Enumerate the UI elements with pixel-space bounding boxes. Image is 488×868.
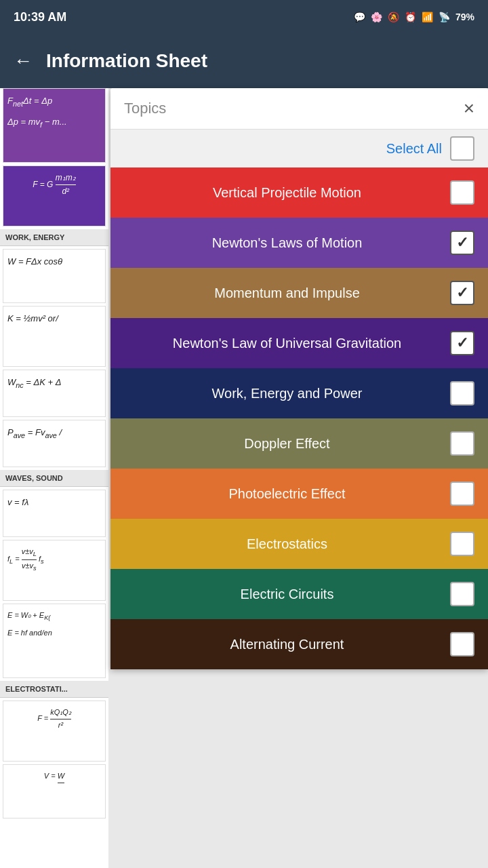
formula-card-momentum: FnetΔt = Δp Δp = mvf − m... — [3, 88, 106, 163]
topic-checkbox-newtons-law-gravitation[interactable] — [450, 331, 474, 355]
time-display: 10:39 AM — [14, 10, 66, 24]
battery-text: 79% — [455, 12, 474, 22]
topic-checkbox-electrostatics[interactable] — [450, 532, 474, 556]
formula-card-gravitation: F = G m₁m₂d² — [3, 165, 106, 226]
topic-label-vertical-projectile: Vertical Projectile Motion — [124, 185, 450, 201]
topic-row-work-energy-power[interactable]: Work, Energy and Power — [110, 368, 488, 418]
topic-checkbox-doppler-effect[interactable] — [450, 431, 474, 456]
topic-row-alternating-current[interactable]: Alternating Current — [110, 619, 488, 669]
app-header: ← Information Sheet — [0, 34, 488, 88]
topic-checkbox-photoelectric-effect[interactable] — [450, 481, 474, 506]
topic-checkbox-momentum-impulse[interactable] — [450, 281, 474, 305]
select-all-row: Select All — [110, 130, 488, 167]
formula-coulombs: F = kQ₁Q₂r² — [3, 701, 106, 762]
alarm-icon: ⏰ — [405, 12, 416, 22]
topic-checkbox-work-energy-power[interactable] — [450, 381, 474, 406]
formula-work-nc: Wnc = ΔK + Δ — [3, 370, 106, 417]
formula-power: Pave = Fvave / — [3, 420, 106, 467]
topic-label-photoelectric-effect: Photoelectric Effect — [124, 486, 450, 502]
formula-electric-potential: V = W — [3, 764, 106, 818]
topic-label-doppler-effect: Doppler Effect — [124, 436, 450, 452]
whatsapp-icon: 💬 — [354, 12, 365, 22]
topics-overlay: Topics × Select All Vertical Projectile … — [110, 88, 488, 669]
topic-checkbox-alternating-current[interactable] — [450, 632, 474, 656]
topic-row-newtons-law-gravitation[interactable]: Newton's Law of Universal Gravitation — [110, 318, 488, 368]
topics-header: Topics × — [110, 88, 488, 130]
formula-photoelectric: E = W₀ + EK( E = hf and/en — [3, 604, 106, 678]
formula-background: FnetΔt = Δp Δp = mvf − m... F = G m₁m₂d²… — [0, 88, 108, 868]
topic-checkbox-electric-circuits[interactable] — [450, 582, 474, 606]
select-all-button[interactable]: Select All — [386, 141, 442, 157]
formula-doppler: fL = v±vLv±vs fs — [3, 540, 106, 601]
formula-wave-speed: v = fλ — [3, 490, 106, 537]
status-bar: 10:39 AM 💬 🌸 🔕 ⏰ 📶 📡 79% — [0, 0, 488, 34]
topic-row-momentum-impulse[interactable]: Momentum and Impulse — [110, 268, 488, 318]
close-button[interactable]: × — [464, 99, 474, 118]
section-electrostatics: ELECTROSTATI... — [0, 681, 108, 698]
back-button[interactable]: ← — [14, 50, 33, 72]
page-title: Information Sheet — [46, 50, 207, 72]
topic-row-photoelectric-effect[interactable]: Photoelectric Effect — [110, 469, 488, 519]
topic-label-alternating-current: Alternating Current — [124, 637, 450, 652]
topic-label-newtons-laws-motion: Newton's Laws of Motion — [124, 235, 450, 251]
formula-kinetic: K = ½mv² or/ — [3, 306, 106, 367]
signal-icon: 📡 — [439, 12, 450, 22]
topic-row-newtons-laws-motion[interactable]: Newton's Laws of Motion — [110, 218, 488, 268]
topic-label-momentum-impulse: Momentum and Impulse — [124, 285, 450, 301]
select-all-checkbox[interactable] — [450, 136, 474, 161]
topic-row-electric-circuits[interactable]: Electric Circuits — [110, 569, 488, 619]
topic-label-electric-circuits: Electric Circuits — [124, 587, 450, 602]
section-work-energy: WORK, ENERGY — [0, 229, 108, 246]
topics-title: Topics — [124, 100, 166, 117]
topic-row-electrostatics[interactable]: Electrostatics — [110, 519, 488, 569]
topic-label-newtons-law-gravitation: Newton's Law of Universal Gravitation — [124, 336, 450, 351]
formula-work: W = FΔx cosθ — [3, 249, 106, 303]
mute-icon: 🔕 — [388, 12, 399, 22]
section-waves: WAVES, SOUND — [0, 470, 108, 487]
topic-label-electrostatics: Electrostatics — [124, 536, 450, 552]
status-icons: 💬 🌸 🔕 ⏰ 📶 📡 79% — [354, 12, 474, 22]
topic-row-doppler-effect[interactable]: Doppler Effect — [110, 418, 488, 469]
topic-row-vertical-projectile[interactable]: Vertical Projectile Motion — [110, 167, 488, 218]
flower-icon: 🌸 — [371, 12, 382, 22]
wifi-icon: 📶 — [422, 12, 433, 22]
topic-label-work-energy-power: Work, Energy and Power — [124, 386, 450, 401]
topics-list: Vertical Projectile MotionNewton's Laws … — [110, 167, 488, 669]
topic-checkbox-newtons-laws-motion[interactable] — [450, 231, 474, 255]
topic-checkbox-vertical-projectile[interactable] — [450, 180, 474, 205]
